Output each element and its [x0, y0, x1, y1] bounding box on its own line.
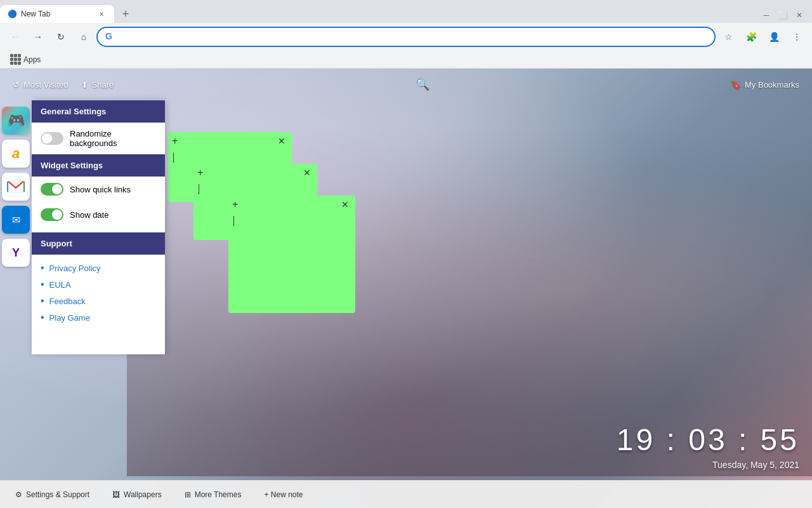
home-button[interactable]: ⌂: [74, 27, 94, 47]
share-label: Share: [92, 80, 114, 90]
share-nav[interactable]: ⬆ Share: [81, 80, 114, 90]
randomize-label: Randomize backgrounds: [70, 129, 156, 148]
settings-icon: ⚙: [15, 490, 22, 499]
note-1-close-button[interactable]: ✕: [275, 135, 288, 147]
sidebar-icons: 🎮 a ✉ Y: [0, 100, 32, 273]
randomize-backgrounds-row: Randomize backgrounds: [32, 123, 165, 154]
address-bar[interactable]: G: [96, 27, 716, 47]
clock-date: Tuesday, May 5, 2021: [617, 460, 799, 470]
apps-label: Apps: [23, 55, 41, 64]
maximize-button[interactable]: ⬜: [775, 8, 790, 23]
extensions-button[interactable]: 🧩: [741, 27, 761, 47]
back-button[interactable]: ←: [5, 27, 25, 47]
most-visited-label: Most Visited: [23, 80, 69, 90]
note-3-header: + ✕: [228, 196, 355, 213]
search-icon[interactable]: 🔍: [416, 77, 429, 91]
note-3-cursor: [233, 216, 234, 226]
google-logo: G: [105, 31, 117, 43]
my-bookmarks-label: My Bookmarks: [745, 80, 799, 90]
more-themes-label: More Themes: [195, 490, 242, 499]
more-themes-button[interactable]: ⊞ More Themes: [180, 488, 247, 502]
most-visited-nav[interactable]: ↺ Most Visited: [13, 80, 69, 90]
note-3-add-button[interactable]: +: [232, 199, 339, 210]
apps-bookmark[interactable]: Apps: [5, 53, 46, 66]
share-icon: ⬆: [81, 80, 88, 90]
wallpapers-button[interactable]: 🖼 Wallpapers: [107, 488, 167, 502]
bookmarks-icon: 🔖: [731, 80, 741, 90]
apps-grid-icon: [10, 54, 21, 65]
general-settings-header: General Settings: [32, 100, 165, 123]
bottom-bar: ⚙ Settings & Support 🖼 Wallpapers ⊞ More…: [0, 480, 812, 508]
note-2-add-button[interactable]: +: [197, 167, 301, 178]
show-quick-links-row: Show quick links: [32, 177, 165, 202]
clock-time: 19 : 03 : 55: [617, 422, 799, 457]
wallpapers-label: Wallpapers: [124, 490, 162, 499]
email2-icon[interactable]: ✉: [2, 206, 30, 234]
new-note-button[interactable]: + New note: [259, 488, 308, 502]
support-links: Privacy Policy EULA Feedback Play Game: [32, 255, 165, 331]
quick-links-toggle[interactable]: [41, 183, 63, 196]
browser-chrome: 🔵 New Tab ✕ + ─ ⬜ ✕ ← → ↻ ⌂ G ☆ 🧩 👤 ⋮: [0, 0, 812, 69]
clock: 19 : 03 : 55 Tuesday, May 5, 2021: [617, 422, 799, 470]
main-content: ↺ Most Visited ⬆ Share 🔍 🔖 My Bookmarks …: [0, 69, 812, 508]
close-tab-button[interactable]: ✕: [96, 9, 107, 19]
newtab-search: 🔍: [416, 77, 429, 91]
games-icon[interactable]: 🎮: [2, 107, 30, 135]
randomize-toggle[interactable]: [41, 132, 63, 145]
note-2-close-button[interactable]: ✕: [301, 166, 313, 179]
note-1-add-button[interactable]: +: [172, 135, 275, 147]
gmail-icon[interactable]: [2, 173, 30, 201]
eula-link[interactable]: EULA: [41, 276, 156, 293]
privacy-policy-link[interactable]: Privacy Policy: [41, 260, 156, 276]
y-icon[interactable]: Y: [2, 239, 30, 267]
note-2-cursor: [199, 184, 199, 194]
profile-button[interactable]: 👤: [764, 27, 784, 47]
new-note-label: + New note: [264, 490, 303, 499]
active-tab[interactable]: 🔵 New Tab ✕: [0, 5, 114, 23]
note-3-close-button[interactable]: ✕: [339, 198, 351, 211]
wallpapers-icon: 🖼: [112, 490, 120, 499]
newtab-nav-left: ↺ Most Visited ⬆ Share: [13, 80, 114, 90]
newtab-topbar: ↺ Most Visited ⬆ Share 🔍 🔖 My Bookmarks: [0, 69, 812, 100]
bookmark-star-button[interactable]: ☆: [718, 27, 738, 47]
settings-support-button[interactable]: ⚙ Settings & Support: [10, 488, 95, 502]
more-themes-icon: ⊞: [185, 490, 191, 499]
forward-button[interactable]: →: [28, 27, 48, 47]
note-1-cursor: [173, 152, 174, 163]
newtab-nav-right: 🔖 My Bookmarks: [731, 80, 799, 90]
show-date-label: Show date: [70, 210, 108, 220]
tab-bar: 🔵 New Tab ✕ + ─ ⬜ ✕: [0, 0, 812, 23]
most-visited-icon: ↺: [13, 80, 20, 90]
tab-title: New Tab: [21, 10, 91, 18]
feedback-link[interactable]: Feedback: [41, 293, 156, 309]
reload-button[interactable]: ↻: [51, 27, 71, 47]
settings-support-label: Settings & Support: [26, 490, 89, 499]
note-widget-3: + ✕: [228, 196, 355, 313]
close-window-button[interactable]: ✕: [792, 8, 807, 23]
new-tab-button[interactable]: +: [117, 5, 134, 23]
my-bookmarks-nav[interactable]: 🔖 My Bookmarks: [731, 80, 799, 90]
window-controls: ─ ⬜ ✕: [759, 5, 812, 23]
support-header: Support: [32, 232, 165, 255]
note-1-header: + ✕: [168, 132, 292, 150]
play-game-link[interactable]: Play Game: [41, 309, 156, 326]
amazon-icon[interactable]: a: [2, 140, 30, 168]
quick-links-label: Show quick links: [70, 185, 131, 194]
menu-button[interactable]: ⋮: [787, 27, 807, 47]
note-2-header: + ✕: [193, 164, 317, 182]
minimize-button[interactable]: ─: [759, 8, 774, 23]
nav-icons: ☆ 🧩 👤 ⋮: [718, 27, 807, 47]
widget-settings-header: Widget Settings: [32, 154, 165, 177]
show-date-row: Show date: [32, 202, 165, 227]
address-input[interactable]: [121, 32, 707, 42]
bookmarks-bar: Apps: [0, 51, 812, 69]
show-date-toggle[interactable]: [41, 208, 63, 221]
nav-bar: ← → ↻ ⌂ G ☆ 🧩 👤 ⋮: [0, 23, 812, 51]
note-3-body[interactable]: [228, 213, 355, 251]
settings-panel: General Settings Randomize backgrounds W…: [32, 100, 165, 354]
